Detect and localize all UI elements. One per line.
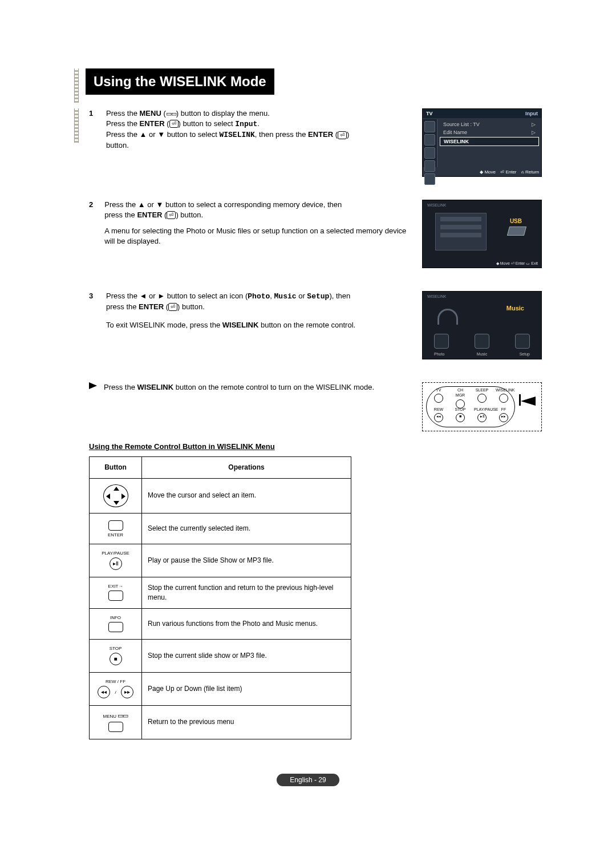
step-2: 2 Press the ▲ or ▼ button to select a co…	[89, 200, 411, 250]
enter-icon: ⏎	[167, 211, 176, 219]
usb-label: USB	[510, 217, 522, 225]
enter-button-icon	[108, 520, 123, 531]
page-title: Using the WISELINK Mode	[86, 68, 274, 95]
enter-icon: ⏎	[338, 131, 347, 139]
info-icon	[108, 622, 123, 632]
table-row: STOP■ Stop the current slide show or MP3…	[90, 639, 351, 672]
usb-icon	[507, 227, 526, 236]
screenshot-device-select: WISELINK USB ◆ Move ⏎ Enter ▭ Exit	[422, 200, 542, 268]
col-operations: Operations	[142, 456, 351, 478]
rew-icon: ◂◂	[98, 686, 110, 698]
note: Press the WISELINK button on the remote …	[89, 382, 411, 396]
screenshot-input-menu: TVInput Source List : TV▷ Edit Name▷ WIS…	[422, 108, 542, 177]
table-row: Move the cursor and select an item.	[90, 478, 351, 513]
table-row: INFO Run various functions from the Phot…	[90, 608, 351, 639]
step-1: 1 Press the MENU (▭▭) button to display …	[89, 108, 411, 155]
table-row: ENTER Select the currently selected item…	[90, 513, 351, 544]
headphone-icon	[437, 309, 458, 325]
stop-icon: ■	[110, 653, 122, 665]
ff-icon: ▸▸	[121, 686, 133, 698]
page-number: English - 29	[277, 774, 339, 787]
table-row: PLAY/PAUSE▸Ⅱ Play or pause the Slide Sho…	[90, 544, 351, 577]
playpause-icon: ▸Ⅱ	[110, 557, 122, 570]
operations-table: Button Operations Move the cursor and se…	[89, 456, 351, 739]
screenshot-music-menu: WISELINK Music Photo Music Setup	[422, 291, 542, 359]
menu-button-icon	[108, 722, 123, 732]
title-accent	[74, 68, 79, 103]
step-number-3: 3	[89, 291, 99, 301]
col-button: Button	[90, 456, 142, 478]
table-row: MENU ▭▭ Return to the previous menu	[90, 706, 351, 739]
dpad-icon	[103, 484, 128, 507]
step-accent	[74, 108, 79, 143]
step-number-1: 1	[89, 108, 99, 119]
subheading: Using the Remote Control Button in WISEL…	[89, 442, 542, 452]
step-3: 3 Press the ◄ or ► button to select an i…	[89, 291, 411, 334]
menu-icon: ▭▭	[166, 110, 176, 117]
table-row: REW / FF◂◂/▸▸ Page Up or Down (file list…	[90, 672, 351, 705]
remote-diagram: TV CH MGR SLEEP WISELINK REW◂◂ STOP■ PLA…	[422, 382, 542, 431]
step-number-2: 2	[89, 200, 98, 210]
exit-icon	[108, 591, 123, 601]
enter-icon: ⏎	[169, 120, 179, 128]
note-arrow-icon	[89, 382, 97, 389]
enter-icon: ⏎	[168, 303, 177, 311]
pointer-arrow-icon	[521, 397, 536, 406]
table-row: EXIT→ Stop the current function and retu…	[90, 577, 351, 608]
